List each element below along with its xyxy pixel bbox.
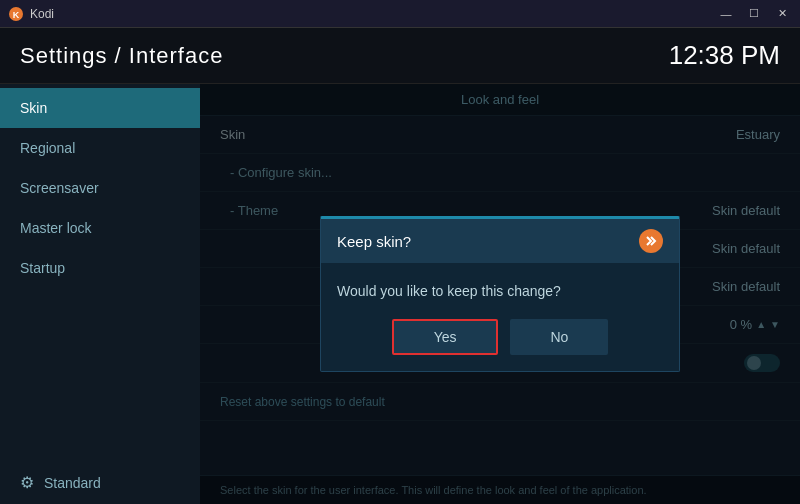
sidebar-item-master-lock[interactable]: Master lock xyxy=(0,208,200,248)
content-area: Skin Regional Screensaver Master lock St… xyxy=(0,84,800,504)
dialog-buttons: Yes No xyxy=(337,319,663,355)
sidebar-item-startup[interactable]: Startup xyxy=(0,248,200,288)
sidebar-item-regional[interactable]: Regional xyxy=(0,128,200,168)
page-title: Settings / Interface xyxy=(20,43,223,69)
svg-text:K: K xyxy=(13,10,20,20)
sidebar-item-skin[interactable]: Skin xyxy=(0,88,200,128)
header: Settings / Interface 12:38 PM xyxy=(0,28,800,84)
titlebar-title: Kodi xyxy=(30,7,716,21)
dialog-body: Would you like to keep this change? Yes … xyxy=(321,263,679,371)
sidebar-item-screensaver[interactable]: Screensaver xyxy=(0,168,200,208)
app-container: Settings / Interface 12:38 PM Skin Regio… xyxy=(0,28,800,504)
dialog-header: Keep skin? xyxy=(321,219,679,263)
minimize-button[interactable]: — xyxy=(716,7,736,21)
no-button[interactable]: No xyxy=(510,319,608,355)
yes-button[interactable]: Yes xyxy=(392,319,499,355)
titlebar: K Kodi — ☐ ✕ xyxy=(0,0,800,28)
gear-icon: ⚙ xyxy=(20,473,34,492)
dialog-overlay: Keep skin? Would you like to keep this c… xyxy=(200,84,800,504)
keep-skin-dialog: Keep skin? Would you like to keep this c… xyxy=(320,216,680,372)
clock: 12:38 PM xyxy=(669,40,780,71)
dialog-kodi-icon xyxy=(639,229,663,253)
close-button[interactable]: ✕ xyxy=(772,7,792,21)
dialog-title: Keep skin? xyxy=(337,233,411,250)
standard-button[interactable]: ⚙ Standard xyxy=(0,461,200,504)
sidebar: Skin Regional Screensaver Master lock St… xyxy=(0,84,200,504)
dialog-message: Would you like to keep this change? xyxy=(337,283,663,299)
app-icon: K xyxy=(8,6,24,22)
window-controls: — ☐ ✕ xyxy=(716,7,792,21)
standard-label: Standard xyxy=(44,475,101,491)
maximize-button[interactable]: ☐ xyxy=(744,7,764,21)
main-content: Look and feel Skin Estuary - Configure s… xyxy=(200,84,800,504)
